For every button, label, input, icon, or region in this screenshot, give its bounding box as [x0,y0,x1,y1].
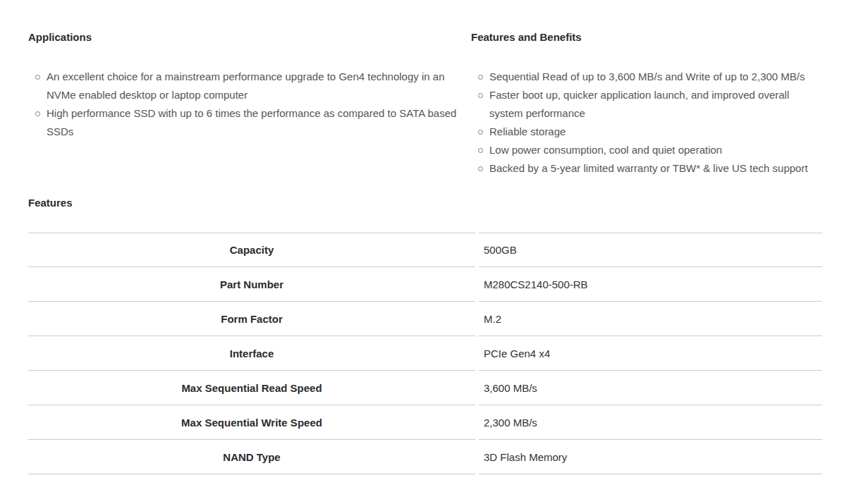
table-row: Max Sequential Read Speed 3,600 MB/s [28,371,822,405]
bullet-text: Low power consumption, cool and quiet op… [489,141,822,159]
bullet-text: Reliable storage [489,123,822,141]
spec-value: 2,300 MB/s [479,405,822,440]
circle-bullet-icon [478,75,483,80]
list-item: An excellent choice for a mainstream per… [28,68,471,104]
top-columns: Applications An excellent choice for a m… [28,31,822,178]
circle-bullet-icon [478,93,483,98]
spec-value: 500GB [479,233,822,267]
product-details-section: Applications An excellent choice for a m… [0,0,868,474]
spec-label: Part Number [28,267,475,302]
bullet-text: An excellent choice for a mainstream per… [47,68,471,104]
circle-bullet-icon [35,75,40,80]
features-benefits-heading: Features and Benefits [471,31,822,44]
spec-label: Max Sequential Read Speed [28,371,475,405]
features-heading: Features [28,197,822,209]
spec-label: NAND Type [28,440,475,474]
spec-label: Form Factor [28,302,475,336]
list-item: Low power consumption, cool and quiet op… [471,141,822,159]
list-item: Faster boot up, quicker application laun… [471,86,822,123]
table-row: Form Factor M.2 [28,302,822,336]
circle-bullet-icon [478,130,483,135]
features-benefits-list: Sequential Read of up to 3,600 MB/s and … [471,68,822,178]
applications-heading: Applications [28,31,471,44]
table-row: Max Sequential Write Speed 2,300 MB/s [28,405,822,440]
features-spec-table: Capacity 500GB Part Number M280CS2140-50… [28,233,822,474]
table-row: NAND Type 3D Flash Memory [28,440,822,474]
bullet-text: Backed by a 5-year limited warranty or T… [489,159,822,178]
list-item: Sequential Read of up to 3,600 MB/s and … [471,68,822,86]
applications-list: An excellent choice for a mainstream per… [28,68,471,141]
spec-value: PCIe Gen4 x4 [479,336,822,371]
circle-bullet-icon [478,166,483,171]
spec-label: Capacity [28,233,475,267]
table-row: Part Number M280CS2140-500-RB [28,267,822,302]
table-row: Interface PCIe Gen4 x4 [28,336,822,371]
list-item: Backed by a 5-year limited warranty or T… [471,159,822,178]
circle-bullet-icon [35,111,40,116]
spec-value: M280CS2140-500-RB [479,267,822,302]
bullet-text: Sequential Read of up to 3,600 MB/s and … [489,68,822,86]
spec-value: 3D Flash Memory [479,440,822,474]
list-item: Reliable storage [471,123,822,141]
bullet-text: Faster boot up, quicker application laun… [489,86,822,123]
spec-label: Interface [28,336,475,371]
spec-value: M.2 [479,302,822,336]
table-row: Capacity 500GB [28,233,822,267]
spec-value: 3,600 MB/s [479,371,822,405]
bullet-text: High performance SSD with up to 6 times … [47,104,471,141]
list-item: High performance SSD with up to 6 times … [28,104,471,141]
features-benefits-column: Features and Benefits Sequential Read of… [471,31,822,178]
circle-bullet-icon [478,148,483,153]
applications-column: Applications An excellent choice for a m… [28,31,471,178]
spec-label: Max Sequential Write Speed [28,405,475,440]
